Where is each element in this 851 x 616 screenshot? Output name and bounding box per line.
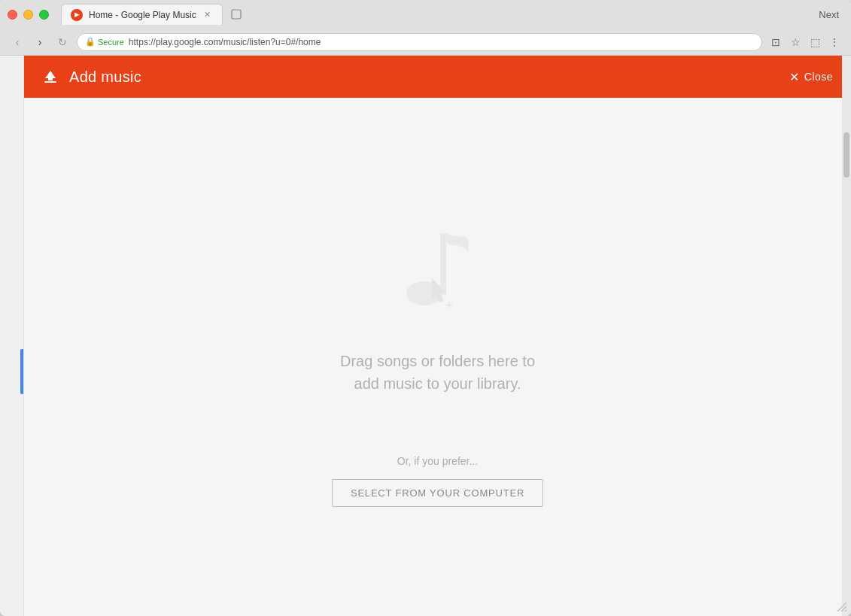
url-text: https://play.google.com/music/listen?u=0… xyxy=(129,37,321,47)
secure-indicator: 🔒 Secure xyxy=(85,37,124,47)
menu-icon[interactable]: ⋮ xyxy=(827,35,842,50)
drag-text-line2: add music to your library. xyxy=(340,372,535,395)
forward-button[interactable]: › xyxy=(32,34,48,50)
svg-text:+: + xyxy=(445,298,454,313)
music-note-svg: + xyxy=(393,211,483,323)
main-content: Add music ✕ Close xyxy=(24,56,851,616)
select-from-computer-button[interactable]: SELECT FROM YOUR COMPUTER xyxy=(332,479,543,507)
url-actions: ⊡ ☆ ⬚ ⋮ xyxy=(768,35,842,50)
window-maximize-button[interactable] xyxy=(39,10,49,20)
url-bar-row: ‹ › ↻ 🔒 Secure https://play.google.com/m… xyxy=(0,29,851,56)
resize-icon xyxy=(836,601,846,611)
svg-marker-2 xyxy=(45,71,56,80)
svg-rect-0 xyxy=(232,10,241,19)
back-button[interactable]: ‹ xyxy=(9,34,26,50)
upload-svg-icon xyxy=(42,68,59,85)
close-label: Close xyxy=(804,71,833,83)
window-close-button[interactable] xyxy=(8,10,17,20)
scrollbar[interactable] xyxy=(842,56,851,616)
drag-text: Drag songs or folders here to add music … xyxy=(340,350,535,395)
active-tab[interactable]: ▶ Home - Google Play Music ✕ xyxy=(61,4,223,25)
refresh-button[interactable]: ↻ xyxy=(54,34,71,50)
url-bar[interactable]: 🔒 Secure https://play.google.com/music/l… xyxy=(77,33,762,51)
tab-title: Home - Google Play Music xyxy=(89,10,196,20)
tab-close-button[interactable]: ✕ xyxy=(202,10,213,20)
new-tab-icon xyxy=(231,9,242,20)
svg-rect-1 xyxy=(44,81,56,83)
svg-line-9 xyxy=(845,610,846,611)
svg-rect-4 xyxy=(440,233,446,295)
cast-screen-icon[interactable]: ⬚ xyxy=(807,35,822,50)
drop-zone[interactable]: + Drag songs or folders here to add musi… xyxy=(24,98,851,616)
traffic-lights xyxy=(8,10,49,20)
resize-handle[interactable] xyxy=(836,601,848,613)
window-minimize-button[interactable] xyxy=(23,10,33,20)
sidebar xyxy=(0,56,24,616)
add-music-title: Add music xyxy=(69,68,141,86)
music-note-icon: + xyxy=(389,207,487,327)
browser-content: Add music ✕ Close xyxy=(0,56,851,616)
next-button[interactable]: Next xyxy=(819,9,839,20)
tab-bar: ▶ Home - Google Play Music ✕ xyxy=(61,0,247,29)
browser-window: ▶ Home - Google Play Music ✕ Next ‹ › ↻ … xyxy=(0,0,851,616)
close-x-icon: ✕ xyxy=(789,70,800,84)
or-prefer-text: Or, if you prefer... xyxy=(397,455,478,467)
close-button[interactable]: ✕ Close xyxy=(789,70,833,84)
drag-text-line1: Drag songs or folders here to xyxy=(340,350,535,372)
new-tab-button[interactable] xyxy=(226,6,247,23)
bookmark-icon[interactable]: ☆ xyxy=(788,35,803,50)
secure-label: Secure xyxy=(98,38,124,47)
add-music-header-left: Add music xyxy=(42,68,141,86)
title-bar: ▶ Home - Google Play Music ✕ Next xyxy=(0,0,851,29)
tab-favicon: ▶ xyxy=(71,9,83,21)
sidebar-active-indicator xyxy=(20,349,23,394)
cast-icon[interactable]: ⊡ xyxy=(768,35,783,50)
scrollbar-thumb[interactable] xyxy=(843,132,849,178)
add-music-header: Add music ✕ Close xyxy=(24,56,851,98)
upload-icon xyxy=(42,68,59,85)
